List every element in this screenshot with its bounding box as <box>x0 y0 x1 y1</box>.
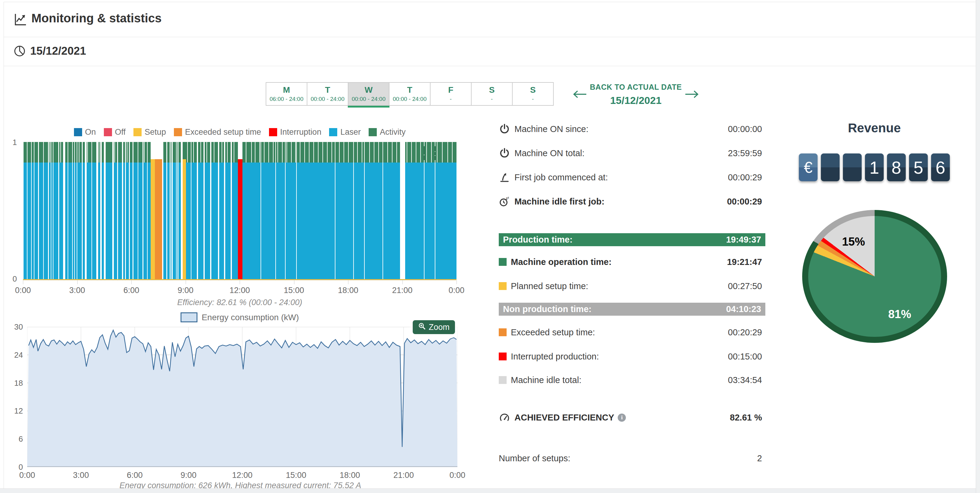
activity-segment <box>177 142 178 163</box>
weekday-cell-s-5[interactable]: S- <box>471 82 513 106</box>
next-day-arrow-button[interactable] <box>684 89 699 100</box>
weekday-letter: M <box>283 86 290 94</box>
laser-on-segment <box>73 163 74 279</box>
stat-row-exceeded-setup-time: Exceeded setup time:00:20:29 <box>499 325 762 340</box>
weekday-letter: W <box>365 86 372 94</box>
activity-segment <box>126 142 129 163</box>
timeline-chart: Zoom <box>23 142 457 279</box>
line-chart-icon <box>13 12 28 28</box>
legend-item-laser: Laser <box>329 128 361 137</box>
activity-segment <box>148 142 151 163</box>
arrow-left-icon <box>573 89 587 99</box>
scrollbar-track[interactable] <box>976 0 980 493</box>
weekday-cell-f-4[interactable]: F- <box>430 82 472 106</box>
stat-label: First job commenced at: <box>514 172 608 182</box>
energy-zoom-button[interactable]: Zoom <box>413 320 455 334</box>
previous-day-arrow-button[interactable] <box>573 89 587 100</box>
laser-on-segment <box>44 163 48 279</box>
activity-gap-line <box>246 142 247 163</box>
activity-gap-line <box>286 142 287 163</box>
activity-gap-line <box>420 142 421 163</box>
activity-gap-line <box>49 142 50 163</box>
stat-color-swatch <box>499 376 507 384</box>
activity-segment <box>51 142 53 163</box>
laser-on-segment <box>134 163 138 279</box>
laser-on-segment <box>32 163 34 279</box>
laser-on-segment <box>106 163 112 279</box>
timeline-x-tick <box>402 280 403 284</box>
laser-on-segment <box>336 163 353 279</box>
activity-segment <box>92 142 96 163</box>
activity-segment <box>32 142 34 163</box>
laser-on-segment <box>198 163 204 279</box>
laser-on-segment <box>92 163 96 279</box>
activity-segment <box>44 142 48 163</box>
activity-segment <box>77 142 82 163</box>
laser-on-segment <box>34 163 38 279</box>
stat-color-swatch <box>499 353 507 361</box>
machine-stats-panel: Machine ON since:00:00:00Machine ON tota… <box>499 115 765 477</box>
activity-gap-line <box>387 142 388 163</box>
activity-segment <box>24 142 27 163</box>
activity-gap-line <box>416 142 416 163</box>
stat-value: 19:21:47 <box>727 257 762 267</box>
laser-on-segment <box>170 163 172 279</box>
stat-label: Machine operation time: <box>511 257 612 267</box>
activity-segment <box>212 142 218 163</box>
activity-segment <box>205 142 210 163</box>
laser-on-segment <box>405 163 424 279</box>
weekday-cell-t-1[interactable]: T00:00 - 24:00 <box>307 82 348 106</box>
activity-gap-line <box>269 142 269 163</box>
activity-gap-line <box>264 142 264 163</box>
weekday-cell-t-3[interactable]: T00:00 - 24:00 <box>389 82 431 106</box>
info-icon[interactable]: i <box>618 413 626 422</box>
laser-on-segment <box>383 163 400 279</box>
energy-x-label: 12:00 <box>232 471 253 480</box>
laser-on-segment <box>138 163 143 279</box>
stat-value: 00:27:50 <box>728 281 762 291</box>
activity-gap-line <box>295 142 296 163</box>
laser-on-segment <box>68 163 72 279</box>
energy-legend-label: Energy consumption (kW) <box>202 313 299 322</box>
activity-gap-line <box>251 142 252 163</box>
activity-gap-line <box>378 142 379 163</box>
stat-value: 00:00:29 <box>727 197 762 207</box>
stat-label: Interrupted production: <box>511 352 599 362</box>
back-to-actual-date-button[interactable]: BACK TO ACTUAL DATE 15/12/2021 <box>590 83 682 106</box>
energy-chart: Zoom <box>27 327 457 467</box>
efficiency-caption: Efficiency: 82.61 % (00:00 - 24:00) <box>23 298 457 307</box>
weekday-cell-m-0[interactable]: M06:00 - 24:00 <box>266 82 307 106</box>
weekday-cell-s-6[interactable]: S- <box>512 82 554 106</box>
revenue-currency-tile: € <box>799 153 818 181</box>
arrow-right-icon <box>684 89 699 99</box>
date-navigation: BACK TO ACTUAL DATE 15/12/2021 <box>573 83 699 106</box>
energy-zoom-label: Zoom <box>429 322 450 332</box>
revenue-counter: €1856 <box>799 153 950 181</box>
timeline-x-tick <box>23 280 23 284</box>
stat-row-machine-idle-total: Machine idle total:03:34:54 <box>499 373 762 387</box>
pie-label-idle: 15% <box>842 235 865 248</box>
legend-label: Setup <box>145 128 166 137</box>
activity-gap-line <box>200 142 201 163</box>
activity-gap-line <box>313 142 314 163</box>
energy-y-label: 30 <box>11 322 23 332</box>
timeline-x-tick <box>240 280 240 284</box>
legend-label: Exceeded setup time <box>185 128 261 137</box>
legend-swatch <box>174 128 182 136</box>
laser-on-segment <box>178 163 181 279</box>
activity-segment <box>163 142 166 163</box>
laser-on-segment <box>225 163 231 279</box>
back-to-actual-date-label: BACK TO ACTUAL DATE <box>590 83 682 91</box>
energy-x-label: 18:00 <box>340 471 360 480</box>
legend-swatch <box>74 128 82 136</box>
energy-y-label: 12 <box>11 406 23 416</box>
activity-gap-line <box>193 142 194 163</box>
activity-gap-line <box>411 142 412 163</box>
legend-swatch <box>269 128 277 136</box>
activity-gap-line <box>369 142 370 163</box>
stat-row-first-job-commenced-at: First job commenced at:00:00:29 <box>499 170 762 185</box>
activity-segment <box>102 142 104 163</box>
legend-label: Off <box>115 128 126 137</box>
activity-gap-line <box>282 142 283 163</box>
weekday-cell-w-2[interactable]: W00:00 - 24:00 <box>348 82 390 106</box>
